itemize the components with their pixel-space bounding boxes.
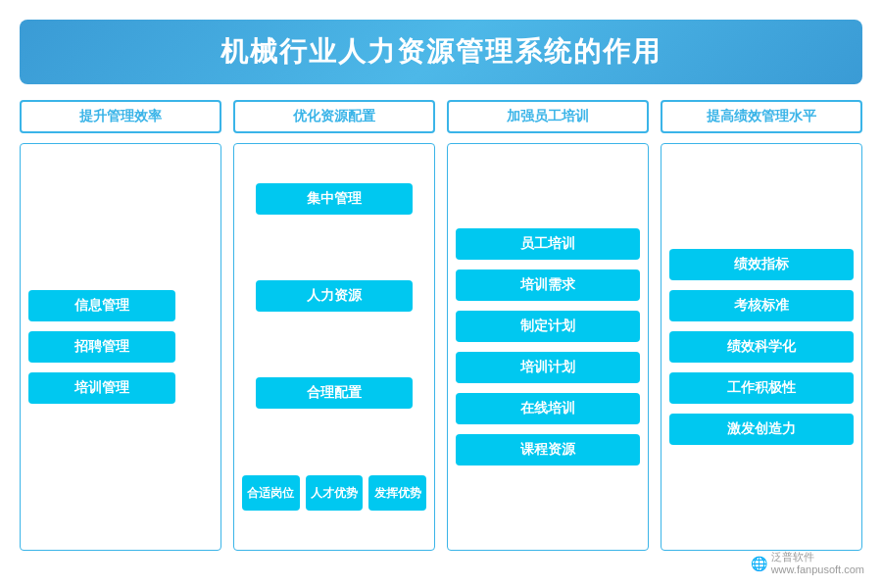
col2-sub-0: 合适岗位 (242, 475, 300, 512)
col4-body: 绩效指标 考核标准 绩效科学化 工作积极性 激发创造力 (661, 143, 862, 551)
column-1: 提升管理效率 信息管理 招聘管理 培训管理 (20, 100, 221, 551)
col4-header: 提高绩效管理水平 (661, 100, 862, 133)
col3-item-0: 员工培训 (456, 228, 640, 260)
col2-wide-2: 合理配置 (256, 377, 413, 409)
col3-item-5: 课程资源 (456, 434, 640, 466)
col2-sub-2: 发挥优势 (368, 475, 426, 512)
column-3: 加强员工培训 员工培训 培训需求 制定计划 培训计划 在线培训 课程资源 (447, 100, 649, 551)
col3-item-4: 在线培训 (456, 393, 640, 424)
main-container: 机械行业人力资源管理系统的作用 提升管理效率 信息管理 招聘管理 培训管理 优化… (0, 0, 882, 588)
watermark-brand: 泛普软件 (771, 551, 864, 564)
col1-item-0: 信息管理 (28, 290, 175, 321)
columns-area: 提升管理效率 信息管理 招聘管理 培训管理 优化资源配置 集中管理 人力资源 合… (20, 100, 862, 551)
column-4: 提高绩效管理水平 绩效指标 考核标准 绩效科学化 工作积极性 激发创造力 (661, 100, 862, 551)
col1-item-1: 招聘管理 (28, 331, 175, 363)
column-2: 优化资源配置 集中管理 人力资源 合理配置 合适岗位 人才优势 发挥优势 (233, 100, 435, 551)
col4-item-3: 工作积极性 (669, 372, 854, 404)
watermark-website: www.fanpusoft.com (771, 564, 864, 576)
col2-wide-1: 人力资源 (256, 280, 413, 312)
col3-body: 员工培训 培训需求 制定计划 培训计划 在线培训 课程资源 (447, 143, 649, 551)
col3-item-2: 制定计划 (456, 311, 640, 342)
col3-header: 加强员工培训 (447, 100, 649, 133)
col4-item-4: 激发创造力 (669, 414, 854, 445)
col3-item-1: 培训需求 (456, 270, 640, 301)
watermark-icon: 🌐 (751, 556, 767, 571)
col2-header: 优化资源配置 (233, 100, 435, 133)
col1-body: 信息管理 招聘管理 培训管理 (20, 143, 221, 551)
watermark-text: 泛普软件 www.fanpusoft.com (771, 551, 864, 576)
watermark: 🌐 泛普软件 www.fanpusoft.com (751, 551, 864, 576)
col2-wide-0: 集中管理 (256, 183, 413, 215)
col3-item-3: 培训计划 (456, 352, 640, 383)
col2-sub-1: 人才优势 (306, 475, 364, 512)
col4-item-2: 绩效科学化 (669, 331, 854, 363)
title-bar: 机械行业人力资源管理系统的作用 (20, 20, 862, 84)
col2-body: 集中管理 人力资源 合理配置 合适岗位 人才优势 发挥优势 (233, 143, 435, 551)
col4-item-0: 绩效指标 (669, 249, 854, 280)
col2-sub-row: 合适岗位 人才优势 发挥优势 (242, 475, 426, 512)
col1-item-2: 培训管理 (28, 372, 175, 404)
col4-item-1: 考核标准 (669, 290, 854, 321)
col1-header: 提升管理效率 (20, 100, 221, 133)
main-title: 机械行业人力资源管理系统的作用 (20, 33, 862, 71)
